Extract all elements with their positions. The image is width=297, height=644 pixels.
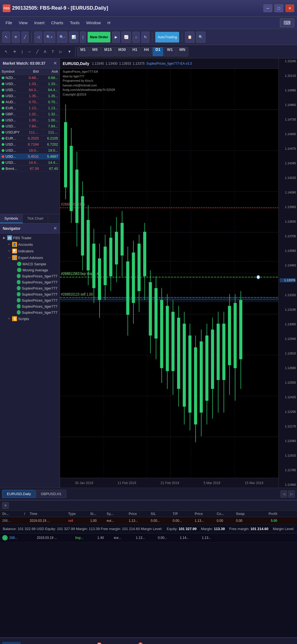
nav-suplex-7[interactable]: SuplexPrices_tiger777 [0,309,60,315]
navigator-close[interactable]: ✕ [53,226,57,231]
chart-area[interactable]: EURUSD,Daily 1.13345 1.13400 1.13933 1.1… [60,58,297,488]
mw-row-usd7[interactable]: USD... 19.0... 19.0... [0,148,60,154]
mw-row-eur1[interactable]: EUR... 1.13... 1.13... [0,105,60,111]
chart-tab-gbpusd[interactable]: GBPUSD,H1 [36,490,66,498]
tab-news[interactable]: News 99 [84,642,102,644]
menu-tools[interactable]: Tools [67,19,82,27]
line-tool[interactable]: ╱ [21,32,29,43]
mw-row-usd9[interactable]: USD... 14.4... 14.4... [0,160,60,166]
tf-m15[interactable]: M15 [101,47,115,56]
tab-market[interactable]: Market [144,642,164,644]
mw-row-eur2[interactable]: EUR... 6.2025 6.2105 [0,135,60,141]
tf-m5[interactable]: M5 [89,47,101,56]
close-button[interactable]: ✕ [285,4,294,12]
window-controls[interactable]: ─ □ ✕ [263,4,294,12]
nav-scripts[interactable]: + 📜 Scripts [0,315,60,322]
nav-macd[interactable]: MACD Sample [0,261,60,267]
nav-expert-advisors[interactable]: ─ 🤖 Expert Advisors [0,254,60,261]
buy-btn[interactable]: ▶ [112,32,120,43]
mw-row-brent[interactable]: Brent... 67.39 67.40 [0,166,60,172]
autotrading-button[interactable]: AutoTrading [155,32,179,43]
chart-btn2[interactable]: 📈 [122,32,131,43]
new-order-button[interactable]: New Order [87,32,111,43]
nav-accounts[interactable]: + 👤 Accounts [0,241,60,248]
refresh-btn[interactable]: ↻ [141,32,149,43]
cross-tool[interactable]: ✛ [11,47,19,56]
search-btn[interactable]: 🔍 [196,32,205,43]
tab-exposure[interactable]: Exposure [21,642,46,644]
menu-file[interactable]: File [3,19,15,27]
tab-signals[interactable]: Signals [164,642,186,644]
tab-trade[interactable]: Trade [2,642,21,644]
tab-articles[interactable]: Articles [186,642,208,644]
menu-window[interactable]: Window [83,19,103,27]
chart-tab-eurusd[interactable]: EURUSD,Daily [2,490,35,498]
chart-prop-btn[interactable]: 📊 [69,32,78,43]
mw-row-usd4[interactable]: USD... 1.00... 1.00... [0,117,60,123]
period-sep-btn[interactable]: | [80,32,86,43]
tab-tick-chart[interactable]: Tick Chart [23,214,48,223]
maximize-button[interactable]: □ [274,4,283,12]
zoom-out-btn[interactable]: 🔍- [57,32,67,43]
mw-row-usd5[interactable]: USD... 7.84... 7.84... [0,123,60,129]
mw-row-usd3[interactable]: USD... 1.35... 1.35... [0,93,60,99]
pointer-tool[interactable]: ↖ [2,47,10,56]
hline-tool[interactable]: ─ [26,47,33,56]
nav-suplex-1[interactable]: SuplexPrices_tiger777 [0,273,60,279]
tab-alerts[interactable]: Alerts [103,642,121,644]
terminal-close-btn[interactable]: ✕ [2,502,9,509]
zoom-btn[interactable]: 🔍+ [44,32,55,43]
vertical-line-tool[interactable]: | [19,47,25,56]
mw-row-usd6[interactable]: USD... 6.7184 6.7202 [0,141,60,148]
svg-rect-27 [75,170,78,223]
tf-m30[interactable]: M30 [115,47,129,56]
mw-row-gbp[interactable]: GBP... 1.32... 1.32... [0,111,60,117]
history-btn[interactable]: 📋 [185,32,194,43]
nav-suplex-2[interactable]: SuplexPrices_tiger777 [0,279,60,285]
mw-row-usd8-selected[interactable]: USD... 5.4531 5.4687 [0,154,60,160]
menu-charts[interactable]: Charts [48,19,66,27]
nav-moving-average[interactable]: Moving Average [0,267,60,273]
tf-h4[interactable]: H4 [141,47,152,56]
menu-view[interactable]: View [16,19,30,27]
crosshair-tool[interactable]: ✛ [12,32,20,43]
tab-symbols[interactable]: Symbols [0,214,23,223]
nav-expand-icon: + [7,242,11,246]
tf-d1[interactable]: D1 [152,47,163,56]
market-watch-close[interactable]: ✕ [53,61,57,66]
trendline-tool[interactable]: ╱ [34,47,41,56]
menu-insert[interactable]: Insert [31,19,47,27]
nav-suplex-5[interactable]: SuplexPrices_tiger777 [0,297,60,303]
terminal-pending-row[interactable]: ↑ 268... 2019.03.19 ... buy... 1.40 eur.… [0,533,297,542]
back-btn[interactable]: ◁ [34,32,42,43]
tf-h1[interactable]: H1 [129,47,140,56]
arrow-tool[interactable]: ↖ [2,32,10,43]
mw-row-aud[interactable]: AUD... 0.70... 0.70... [0,99,60,105]
chart-btn3[interactable]: ⌂ [133,32,140,43]
tab-mailbox[interactable]: Mailbox 6 [121,642,143,644]
mw-row-usdjpy[interactable]: USDJPY 111.... 111.... [0,129,60,135]
chart-tab-next[interactable]: ▷ [288,490,295,498]
keyboard-icon[interactable]: ⌨ [280,18,294,27]
tf-mn[interactable]: MN [176,47,188,56]
annotation-tool[interactable]: A [42,47,49,56]
menu-help[interactable]: H [105,19,113,27]
nav-fbs-trader[interactable]: ▶ 🏢 FBS Trader [0,234,60,241]
mw-row-nzd[interactable]: NZD... 0.68... 0.68... [0,75,60,81]
nav-leaf [12,298,16,302]
tf-w1[interactable]: W1 [164,47,176,56]
more-tools[interactable]: ▼ [65,47,74,56]
mw-row-usd2[interactable]: USD... 64.3... 64.4... [0,87,60,93]
nav-indicators[interactable]: + 📊 Indicators [0,248,60,254]
terminal-sell-row[interactable]: 268... 2019.03.19 ... sell 1.00 eur... 1… [0,517,297,525]
mw-row-usd1[interactable]: USD... 1.33... 1.33... [0,81,60,87]
tab-account-history[interactable]: Account History [47,642,83,644]
nav-suplex-4[interactable]: SuplexPrices_tiger777 [0,291,60,297]
tf-m1[interactable]: M1 [77,47,89,56]
nav-suplex-6[interactable]: SuplexPrices_tiger777 [0,303,60,309]
nav-suplex-3[interactable]: SuplexPrices_tiger777 [0,285,60,291]
chart-tab-prev[interactable]: ◁ [280,490,287,498]
text-tool[interactable]: T [49,47,56,56]
minimize-button[interactable]: ─ [263,4,272,12]
arrow-draw-tool[interactable]: ▷ [57,47,65,56]
